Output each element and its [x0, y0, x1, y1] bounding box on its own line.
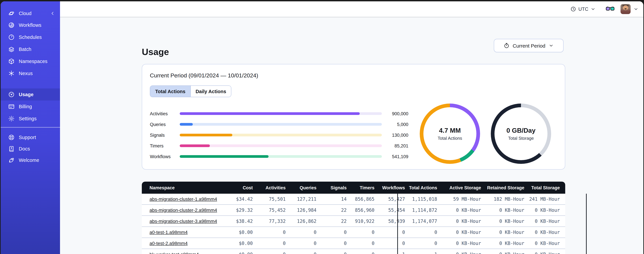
- column-header-total_storage: Total Storage: [527, 185, 565, 190]
- cell-queries: 126,862: [288, 218, 319, 224]
- bar-label: Queries: [150, 122, 180, 127]
- sidebar-item-settings[interactable]: Settings: [1, 112, 60, 125]
- column-header-activities: Activities: [256, 185, 288, 190]
- cell-total_storage: 0 KB-Hour: [527, 252, 565, 254]
- namespace-usage-table: NamespaceCostActivitiesQueriesSignalsTim…: [142, 182, 565, 254]
- bar-fill: [180, 123, 193, 126]
- usage-icon: [8, 91, 15, 98]
- cell-activities: 77,332: [256, 218, 288, 224]
- cell-workflows: 0: [377, 230, 408, 235]
- page-title: Usage: [142, 47, 169, 57]
- sidebar-item-workflows[interactable]: Workflows: [1, 19, 60, 31]
- column-header-queries: Queries: [288, 185, 319, 190]
- schedules-icon: [8, 34, 15, 40]
- timezone-selector[interactable]: UTC: [570, 6, 596, 12]
- column-header-active_storage: Active Storage: [445, 185, 484, 190]
- cell-cost: $0.00: [208, 252, 256, 254]
- sidebar: Cloud WorkflowsSchedulesBatchNamespacesN…: [1, 1, 60, 254]
- namespace-link[interactable]: abs-migration-cluster-1.a98mm4: [150, 196, 217, 202]
- column-header-cost: Cost: [208, 185, 256, 190]
- cell-retained_storage: 0 KB-Hour: [484, 230, 527, 235]
- table-row: abs-migration-cluster-1.a98mm4$34.4275,5…: [142, 194, 565, 204]
- brand-label: Cloud: [19, 11, 50, 16]
- billing-icon: [8, 103, 15, 110]
- table-header-row: NamespaceCostActivitiesQueriesSignalsTim…: [142, 182, 565, 194]
- sidebar-item-nexus[interactable]: Nexus: [1, 67, 60, 80]
- namespace-link[interactable]: a0-test-1.a98mm4: [150, 230, 188, 235]
- table-row: a0-test-2.a98mm4$0.000000000 KB-Hour0 KB…: [142, 238, 565, 249]
- table-group-divider: [586, 194, 587, 254]
- cell-cost: $0.00: [208, 230, 256, 235]
- column-header-namespace: Namespace: [142, 185, 208, 190]
- sidebar-item-label: Docs: [19, 146, 30, 152]
- cell-signals: 22: [319, 208, 349, 213]
- cell-total_storage: 241 MB-Hour: [527, 196, 565, 202]
- sidebar-item-usage[interactable]: Usage: [1, 88, 60, 100]
- total-actions-donut: 4.7 MM Total Actions: [420, 104, 480, 164]
- sidebar-item-docs[interactable]: Docs: [1, 143, 60, 154]
- donut-label: Total Actions: [438, 136, 462, 141]
- cell-retained_storage: 0 KB-Hour: [484, 240, 527, 246]
- cell-signals: 0: [319, 252, 349, 254]
- table-row: a0-test-1.a98mm4$0.000000000 KB-Hour0 KB…: [142, 226, 565, 238]
- batch-icon: [8, 46, 15, 52]
- app-window: Cloud WorkflowsSchedulesBatchNamespacesN…: [1, 1, 643, 254]
- sidebar-item-schedules[interactable]: Schedules: [1, 31, 60, 43]
- table-body: abs-migration-cluster-1.a98mm4$34.4275,5…: [142, 194, 565, 254]
- temporal-cloud-logo-icon: [8, 10, 15, 17]
- nexus-icon: [8, 70, 15, 77]
- sidebar-item-label: Nexus: [19, 71, 33, 76]
- namespace-link[interactable]: a0-test-2.a98mm4: [150, 240, 188, 246]
- donut-value: 0 GB/Day: [506, 127, 536, 134]
- sidebar-item-namespaces[interactable]: Namespaces: [1, 55, 60, 67]
- cell-active_storage: 59 MB-Hour: [445, 196, 484, 202]
- cell-activities: 75,501: [256, 196, 288, 202]
- cell-signals: 0: [319, 230, 349, 235]
- donut-label: Total Storage: [508, 136, 534, 141]
- tab-total-actions[interactable]: Total Actions: [150, 86, 190, 97]
- support-icon: [8, 134, 15, 141]
- labs-glasses-icon[interactable]: [606, 6, 614, 12]
- namespace-link[interactable]: abs-migration-cluster-3.a98mm4: [150, 218, 217, 224]
- namespace-link[interactable]: bk-worker-test.a98mm4: [150, 252, 199, 254]
- cell-namespace: bk-worker-test.a98mm4: [142, 252, 208, 254]
- cell-activities: 0: [256, 252, 288, 254]
- namespace-link[interactable]: abs-migration-cluster-2.a98mm4: [150, 208, 217, 213]
- sidebar-item-label: Usage: [19, 92, 34, 97]
- cell-total_storage: 0 KB-Hour: [527, 218, 565, 224]
- sidebar-item-billing[interactable]: Billing: [1, 100, 60, 112]
- bar-fill: [180, 155, 269, 158]
- cell-timers: 0: [349, 252, 377, 254]
- tab-daily-actions[interactable]: Daily Actions: [190, 86, 231, 97]
- cell-workflows: 58,939: [377, 218, 408, 224]
- cell-queries: 0: [288, 252, 319, 254]
- cell-total_actions: 1,114,872: [408, 208, 445, 213]
- sidebar-item-welcome[interactable]: Welcome: [1, 154, 60, 166]
- sidebar-nav-account: UsageBillingSettings: [1, 88, 60, 125]
- total-storage-donut: 0 GB/Day Total Storage: [491, 104, 551, 164]
- sidebar-item-support[interactable]: Support: [1, 132, 60, 143]
- sidebar-brand[interactable]: Cloud: [1, 8, 60, 18]
- period-selector-button[interactable]: Current Period: [494, 39, 564, 52]
- account-menu-chevron-down-icon[interactable]: [633, 6, 639, 12]
- bar-track: [180, 112, 382, 115]
- sidebar-item-batch[interactable]: Batch: [1, 43, 60, 55]
- cell-queries: 127,211: [288, 196, 319, 202]
- cell-workflows: 0: [377, 240, 408, 246]
- user-avatar[interactable]: [620, 4, 630, 14]
- cell-active_storage: 0 KB-Hour: [445, 208, 484, 213]
- cell-retained_storage: 0 KB-Hour: [484, 208, 527, 213]
- sidebar-divider: [1, 127, 60, 128]
- cell-namespace: a0-test-2.a98mm4: [142, 240, 208, 246]
- cell-workflows: 55,454: [377, 208, 408, 213]
- table-row: bk-worker-test.a98mm4$0.000000110 KB-Hou…: [142, 249, 565, 254]
- column-header-retained_storage: Retained Storage: [484, 185, 527, 190]
- cell-retained_storage: 182 MB-Hour: [484, 196, 527, 202]
- cell-active_storage: 0 KB-Hour: [445, 252, 484, 254]
- cell-active_storage: 0 KB-Hour: [445, 240, 484, 246]
- cell-cost: $38.42: [208, 218, 256, 224]
- stopwatch-icon: [504, 42, 510, 48]
- cell-cost: $0.00: [208, 240, 256, 246]
- sidebar-collapse-icon[interactable]: [50, 11, 55, 16]
- cell-active_storage: 0 KB-Hour: [445, 218, 484, 224]
